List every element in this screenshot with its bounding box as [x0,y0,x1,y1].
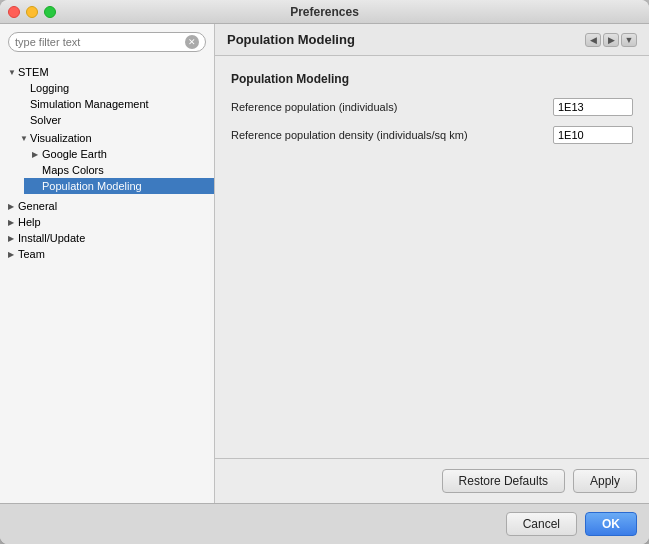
visualization-children: ▶ Google Earth Maps Colors Population [12,146,214,194]
section-title: Population Modeling [231,72,633,86]
tree-item-stem: ▼ STEM Logging Simulation Management [0,62,214,198]
maximize-button[interactable] [44,6,56,18]
form-row-ref-population: Reference population (individuals) [231,98,633,116]
sidebar-item-team[interactable]: ▶ Team [0,246,214,262]
apply-button[interactable]: Apply [573,469,637,493]
form-row-ref-population-density: Reference population density (individual… [231,126,633,144]
sidebar-item-visualization[interactable]: ▼ Visualization [12,130,214,146]
search-box[interactable]: ✕ [8,32,206,52]
nav-back-button[interactable]: ◀ [585,33,601,47]
main-content: ✕ ▼ STEM Logging [0,24,649,503]
sidebar-item-label: Solver [30,114,61,126]
nav-forward-button[interactable]: ▶ [603,33,619,47]
sidebar-item-label: Simulation Management [30,98,149,110]
sidebar-item-help[interactable]: ▶ Help [0,214,214,230]
spacer [20,84,30,93]
preferences-window: Preferences ✕ ▼ STEM Lo [0,0,649,544]
restore-defaults-button[interactable]: Restore Defaults [442,469,565,493]
spacer [32,166,42,175]
close-button[interactable] [8,6,20,18]
search-input[interactable] [15,36,185,48]
expand-triangle: ▶ [32,150,42,159]
spacer [20,116,30,125]
search-clear-button[interactable]: ✕ [185,35,199,49]
nav-arrows: ◀ ▶ ▼ [585,33,637,47]
titlebar: Preferences [0,0,649,24]
cancel-button[interactable]: Cancel [506,512,577,536]
collapse-triangle: ▶ [8,250,18,259]
sidebar-item-label: STEM [18,66,49,78]
spacer [20,100,30,109]
panel-header: Population Modeling ◀ ▶ ▼ [215,24,649,56]
ok-button[interactable]: OK [585,512,637,536]
ref-population-density-input[interactable] [553,126,633,144]
spacer [32,182,42,191]
sidebar-item-general[interactable]: ▶ General [0,198,214,214]
sidebar-item-label: Maps Colors [42,164,104,176]
sidebar-item-stem[interactable]: ▼ STEM [0,64,214,80]
sidebar: ✕ ▼ STEM Logging [0,24,215,503]
sidebar-item-label: Visualization [30,132,92,144]
collapse-triangle: ▶ [8,202,18,211]
sidebar-item-simulation-management[interactable]: Simulation Management [12,96,214,112]
ref-population-input[interactable] [553,98,633,116]
expand-triangle: ▼ [20,134,30,143]
sidebar-item-label: Install/Update [18,232,85,244]
sidebar-item-google-earth[interactable]: ▶ Google Earth [24,146,214,162]
stem-children: Logging Simulation Management Solver [0,80,214,196]
window-title: Preferences [290,5,359,19]
sidebar-item-install-update[interactable]: ▶ Install/Update [0,230,214,246]
sidebar-item-maps-colors[interactable]: Maps Colors [24,162,214,178]
collapse-triangle: ▶ [8,218,18,227]
bottom-bar: Cancel OK [0,503,649,544]
sidebar-item-population-modeling[interactable]: Population Modeling [24,178,214,194]
sidebar-item-label: General [18,200,57,212]
tree: ▼ STEM Logging Simulation Management [0,60,214,264]
minimize-button[interactable] [26,6,38,18]
panel-footer: Restore Defaults Apply [215,458,649,503]
panel-title: Population Modeling [227,32,355,47]
ref-population-density-label: Reference population density (individual… [231,129,553,141]
sidebar-item-label: Population Modeling [42,180,142,192]
main-panel: Population Modeling ◀ ▶ ▼ Population Mod… [215,24,649,503]
expand-triangle: ▼ [8,68,18,77]
sidebar-item-label: Help [18,216,41,228]
panel-content: Population Modeling Reference population… [215,56,649,458]
ref-population-label: Reference population (individuals) [231,101,553,113]
collapse-triangle: ▶ [8,234,18,243]
sidebar-item-solver[interactable]: Solver [12,112,214,128]
traffic-lights [8,6,56,18]
nav-down-button[interactable]: ▼ [621,33,637,47]
tree-item-visualization: ▼ Visualization ▶ Google Earth [12,128,214,196]
sidebar-item-label: Team [18,248,45,260]
sidebar-item-label: Logging [30,82,69,94]
sidebar-item-label: Google Earth [42,148,107,160]
sidebar-item-logging[interactable]: Logging [12,80,214,96]
